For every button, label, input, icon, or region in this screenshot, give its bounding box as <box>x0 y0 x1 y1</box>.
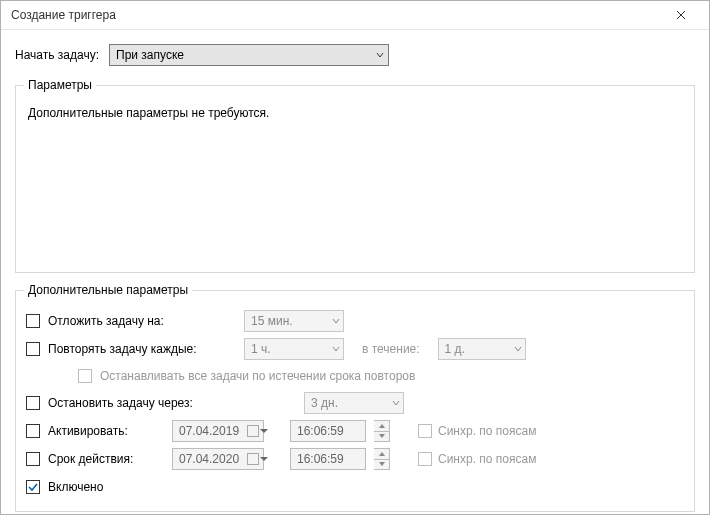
expire-date-input[interactable]: 07.04.2020 <box>172 448 264 470</box>
chevron-down-icon <box>392 396 400 410</box>
parameters-group: Параметры Дополнительные параметры не тр… <box>15 78 695 273</box>
delay-checkbox[interactable] <box>26 314 40 328</box>
stop-after-label: Остановить задачу через: <box>48 396 193 410</box>
expire-row: Срок действия: 07.04.2020 16:06:59 <box>26 445 684 473</box>
expire-time-value: 16:06:59 <box>297 452 344 466</box>
expire-sync-label: Синхр. по поясам <box>438 452 536 466</box>
activate-date-value: 07.04.2019 <box>179 424 239 438</box>
spin-down-icon <box>374 460 389 470</box>
activate-label: Активировать: <box>48 424 164 438</box>
spin-up-icon <box>374 449 389 460</box>
delay-row: Отложить задачу на: 15 мин. <box>26 307 684 335</box>
stop-after-row: Остановить задачу через: 3 дн. <box>26 389 684 417</box>
chevron-down-icon <box>332 342 340 356</box>
trigger-type-value: При запуске <box>116 48 184 62</box>
begin-task-label: Начать задачу: <box>15 48 99 62</box>
enabled-checkbox[interactable] <box>26 480 40 494</box>
activate-date-input[interactable]: 07.04.2019 <box>172 420 264 442</box>
enabled-row: Включено <box>26 473 684 501</box>
close-button[interactable] <box>661 1 701 29</box>
enabled-label: Включено <box>48 480 103 494</box>
delay-label: Отложить задачу на: <box>48 314 164 328</box>
expire-sync-checkbox[interactable] <box>418 452 432 466</box>
stop-after-checkbox[interactable] <box>26 396 40 410</box>
stop-all-row: Останавливать все задачи по истечении ср… <box>78 363 684 389</box>
activate-time-input[interactable]: 16:06:59 <box>290 420 366 442</box>
repeat-label: Повторять задачу каждые: <box>48 342 197 356</box>
expire-time-input[interactable]: 16:06:59 <box>290 448 366 470</box>
repeat-interval-combo[interactable]: 1 ч. <box>244 338 344 360</box>
delay-combo[interactable]: 15 мин. <box>244 310 344 332</box>
calendar-icon <box>247 453 259 465</box>
close-icon <box>676 10 686 20</box>
activate-sync-checkbox[interactable] <box>418 424 432 438</box>
activate-time-value: 16:06:59 <box>297 424 344 438</box>
activate-sync-label: Синхр. по поясам <box>438 424 536 438</box>
expire-label: Срок действия: <box>48 452 164 466</box>
activate-checkbox[interactable] <box>26 424 40 438</box>
stop-all-label: Останавливать все задачи по истечении ср… <box>100 369 415 383</box>
stop-after-combo[interactable]: 3 дн. <box>304 392 404 414</box>
chevron-down-icon <box>376 48 384 62</box>
window-title: Создание триггера <box>11 8 661 22</box>
dialog-content: Начать задачу: При запуске Параметры Доп… <box>1 30 709 515</box>
trigger-type-dropdown[interactable]: При запуске <box>109 44 389 66</box>
stop-after-value: 3 дн. <box>311 396 338 410</box>
chevron-down-icon <box>332 314 340 328</box>
spin-down-icon <box>374 432 389 442</box>
begin-task-row: Начать задачу: При запуске <box>15 44 695 66</box>
calendar-icon <box>247 425 259 437</box>
stop-all-checkbox[interactable] <box>78 369 92 383</box>
repeat-interval-value: 1 ч. <box>251 342 271 356</box>
repeat-duration-combo[interactable]: 1 д. <box>438 338 526 360</box>
parameters-legend: Параметры <box>24 78 96 92</box>
advanced-legend: Дополнительные параметры <box>24 283 192 297</box>
expire-date-value: 07.04.2020 <box>179 452 239 466</box>
expire-time-spinner[interactable] <box>374 448 390 470</box>
repeat-duration-label: в течение: <box>362 342 420 356</box>
activate-time-spinner[interactable] <box>374 420 390 442</box>
repeat-row: Повторять задачу каждые: 1 ч. в течение:… <box>26 335 684 363</box>
advanced-group: Дополнительные параметры Отложить задачу… <box>15 283 695 512</box>
chevron-down-icon <box>514 342 522 356</box>
activate-row: Активировать: 07.04.2019 16:06:59 <box>26 417 684 445</box>
spin-up-icon <box>374 421 389 432</box>
delay-value: 15 мин. <box>251 314 293 328</box>
repeat-duration-value: 1 д. <box>445 342 465 356</box>
parameters-body: Дополнительные параметры не требуются. <box>26 102 684 262</box>
titlebar: Создание триггера <box>1 1 709 30</box>
create-trigger-dialog: Создание триггера Начать задачу: При зап… <box>0 0 710 515</box>
repeat-checkbox[interactable] <box>26 342 40 356</box>
expire-checkbox[interactable] <box>26 452 40 466</box>
